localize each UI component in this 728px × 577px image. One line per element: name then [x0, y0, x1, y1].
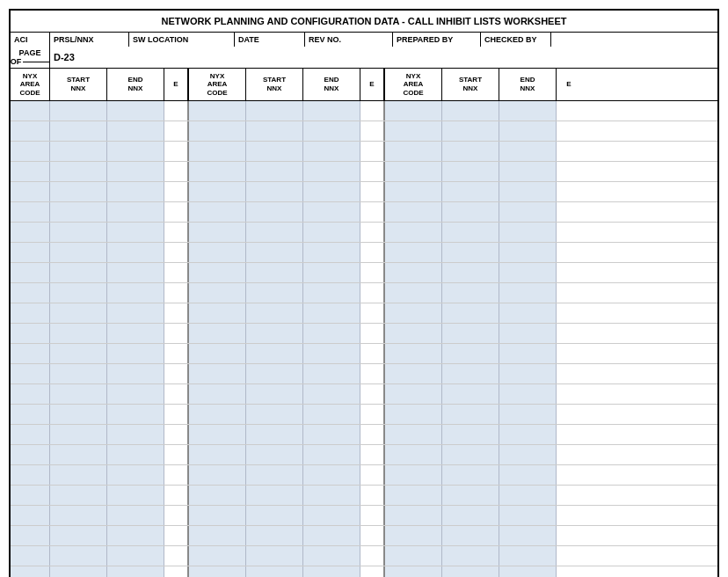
cell-r22-c4	[189, 546, 246, 566]
table-row	[11, 566, 717, 577]
cell-r7-c3	[164, 243, 189, 262]
table-row	[11, 142, 717, 162]
cell-r7-c1	[50, 243, 107, 262]
worksheet-container: NETWORK PLANNING AND CONFIGURATION DATA …	[9, 9, 719, 577]
cell-r5-c0	[11, 202, 50, 222]
cell-r11-c0	[11, 324, 50, 343]
cell-r15-c5	[246, 405, 303, 424]
cell-r17-c8	[385, 445, 442, 464]
cell-r1-c10	[499, 121, 557, 141]
cell-r22-c8	[385, 546, 442, 566]
cell-r22-c3	[164, 546, 189, 566]
cell-r1-c4	[189, 121, 246, 141]
cell-r15-c0	[11, 405, 50, 424]
cell-r0-c7	[360, 101, 385, 121]
cell-r1-c5	[246, 121, 303, 141]
cell-r23-c9	[442, 566, 499, 577]
cell-r1-c7	[360, 121, 385, 141]
cell-r9-c2	[107, 283, 164, 303]
table-row	[11, 121, 717, 142]
cell-r0-c9	[442, 101, 499, 121]
cell-r20-c2	[107, 506, 164, 525]
cell-r20-c7	[360, 506, 385, 525]
cell-r4-c7	[360, 182, 385, 201]
cell-r22-c5	[246, 546, 303, 566]
cell-r3-c8	[385, 162, 442, 181]
cell-r20-c1	[50, 506, 107, 525]
sw-location-header: SW LOCATION	[129, 33, 235, 47]
cell-r13-c9	[442, 364, 499, 383]
page-header: PAGE OF	[11, 47, 50, 68]
table-row	[11, 546, 717, 566]
cell-r14-c6	[303, 384, 360, 404]
cell-r6-c11	[557, 223, 581, 242]
cell-r6-c4	[189, 223, 246, 242]
cell-r21-c5	[246, 526, 303, 545]
cell-r3-c5	[246, 162, 303, 181]
col-header-3: E	[164, 69, 189, 100]
cell-r19-c7	[360, 486, 385, 505]
cell-r2-c9	[442, 142, 499, 161]
cell-r12-c1	[50, 344, 107, 363]
prsl-nnx-header: PRSL/NNX	[50, 33, 129, 47]
cell-r8-c11	[557, 263, 581, 282]
table-row	[11, 526, 717, 546]
cell-r0-c5	[246, 101, 303, 121]
cell-r12-c9	[442, 344, 499, 363]
cell-r11-c2	[107, 324, 164, 343]
cell-r9-c4	[189, 283, 246, 303]
table-row	[11, 162, 717, 182]
cell-r6-c7	[360, 223, 385, 242]
cell-r2-c0	[11, 142, 50, 161]
cell-r9-c6	[303, 283, 360, 303]
table-row	[11, 364, 717, 384]
col-header-8: NYXAREACODE	[385, 69, 442, 100]
table-row	[11, 283, 717, 303]
cell-r14-c2	[107, 384, 164, 404]
cell-r14-c4	[189, 384, 246, 404]
cell-r12-c3	[164, 344, 189, 363]
col-header-1: STARTNNX	[50, 69, 107, 100]
cell-r18-c2	[107, 465, 164, 485]
cell-r23-c8	[385, 566, 442, 577]
table-row	[11, 324, 717, 344]
cell-r2-c10	[499, 142, 557, 161]
cell-r12-c2	[107, 344, 164, 363]
cell-r12-c11	[557, 344, 581, 363]
cell-r9-c5	[246, 283, 303, 303]
cell-r15-c2	[107, 405, 164, 424]
data-rows	[11, 101, 717, 577]
cell-r13-c2	[107, 364, 164, 383]
cell-r0-c10	[499, 101, 557, 121]
cell-r10-c2	[107, 303, 164, 323]
cell-r17-c7	[360, 445, 385, 464]
cell-r22-c7	[360, 546, 385, 566]
table-row	[11, 182, 717, 202]
col-header-6: ENDNNX	[303, 69, 360, 100]
cell-r8-c0	[11, 263, 50, 282]
cell-r18-c10	[499, 465, 557, 485]
cell-r7-c9	[442, 243, 499, 262]
cell-r16-c8	[385, 425, 442, 444]
cell-r1-c9	[442, 121, 499, 141]
cell-r23-c0	[11, 566, 50, 577]
cell-r0-c3	[164, 101, 189, 121]
cell-r15-c7	[360, 405, 385, 424]
cell-r12-c4	[189, 344, 246, 363]
cell-r16-c0	[11, 425, 50, 444]
cell-r16-c9	[442, 425, 499, 444]
cell-r19-c4	[189, 486, 246, 505]
cell-r18-c0	[11, 465, 50, 485]
cell-r3-c3	[164, 162, 189, 181]
cell-r4-c11	[557, 182, 581, 201]
cell-r10-c3	[164, 303, 189, 323]
col-header-5: STARTNNX	[246, 69, 303, 100]
cell-r0-c11	[557, 101, 581, 121]
cell-r1-c2	[107, 121, 164, 141]
cell-r19-c8	[385, 486, 442, 505]
cell-r17-c1	[50, 445, 107, 464]
cell-r21-c10	[499, 526, 557, 545]
cell-r14-c5	[246, 384, 303, 404]
worksheet-title: NETWORK PLANNING AND CONFIGURATION DATA …	[11, 11, 717, 33]
cell-r16-c1	[50, 425, 107, 444]
